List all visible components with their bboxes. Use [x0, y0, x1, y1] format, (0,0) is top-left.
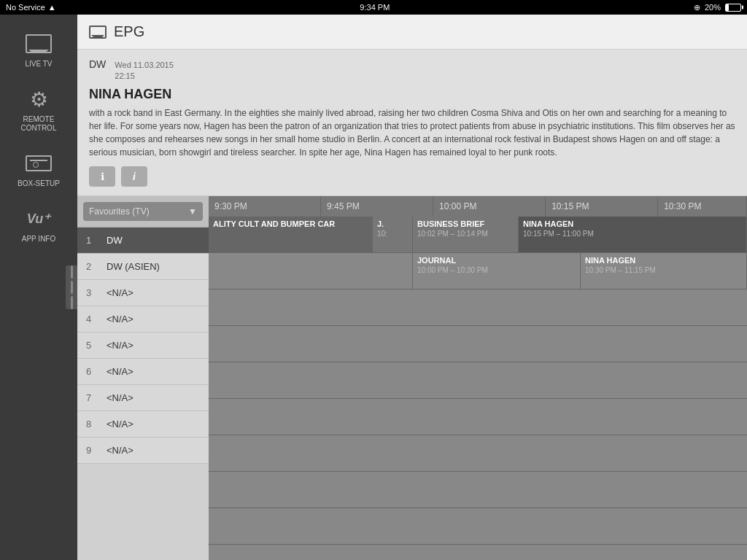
dropdown-arrow: ▼	[188, 206, 197, 217]
handle-line	[71, 281, 73, 294]
epg-cell-ality[interactable]: ALITY CULT AND BUMPER CAR	[209, 217, 373, 252]
channel-item-9[interactable]: 9<N/A>	[77, 438, 209, 464]
signal-status: No Service	[6, 3, 45, 12]
epg-timeline-grid: 9:30 PM 9:45 PM 10:00 PM 10:15 PM 10:30 …	[209, 196, 747, 560]
channel-number: 1	[86, 235, 101, 246]
epg-row-dw: ALITY CULT AND BUMPER CAR J. 10: BUSINES…	[209, 217, 747, 253]
channel-number: 9	[86, 445, 101, 456]
epg-row-5	[209, 362, 747, 399]
channel-name-label: <N/A>	[107, 366, 133, 377]
favourites-button[interactable]: Favourites (TV) ▼	[83, 202, 203, 221]
battery-icon	[725, 4, 741, 12]
epg-cell-nina-hagen-2[interactable]: NINA HAGEN 10:30 PM – 11:15 PM	[581, 253, 747, 289]
sidebar-item-app-info[interactable]: Vu⁺ APP INFO	[0, 197, 77, 252]
tv-icon	[23, 31, 55, 57]
vu-icon: Vu⁺	[23, 206, 55, 232]
program-actions: ℹ i	[89, 166, 735, 187]
channel-number: 4	[86, 314, 101, 324]
channel-number: 8	[86, 419, 101, 429]
status-time: 9:34 PM	[360, 3, 390, 12]
sidebar-label-app-info: APP INFO	[22, 235, 56, 244]
sidebar-label-remote-control: REMOTECONTROL	[21, 115, 57, 133]
epg-cell-j[interactable]: J. 10:	[373, 217, 413, 252]
channel-info: DW Wed 11.03.2015 22:15	[89, 58, 735, 82]
program-description: with a rock band in East Germany. In the…	[89, 106, 735, 159]
app-container: LIVE TV ⚙ REMOTECONTROL BOX-SETUP Vu⁺ AP…	[0, 15, 747, 560]
channel-item-4[interactable]: 4<N/A>	[77, 306, 209, 332]
time-slot-945: 9:45 PM	[321, 196, 433, 217]
epg-row-8	[209, 472, 747, 508]
status-bar: No Service ▲ 9:34 PM ⊕ 20%	[0, 0, 747, 15]
channel-number: 3	[86, 287, 101, 298]
epg-cell-business-brief[interactable]: BUSINESS BRIEF 10:02 PM – 10:14 PM	[413, 217, 519, 252]
channel-item-1[interactable]: 1DW	[77, 228, 209, 254]
sidebar-label-box-setup: BOX-SETUP	[18, 179, 60, 188]
cell-title: NINA HAGEN	[585, 256, 742, 265]
gear-icon: ⚙	[23, 86, 55, 112]
handle-line	[71, 296, 73, 309]
channel-list: Favourites (TV) ▼ 1DW2DW (ASIEN)3<N/A>4<…	[77, 196, 209, 560]
sidebar-item-remote-control[interactable]: ⚙ REMOTECONTROL	[0, 77, 77, 141]
channel-item-7[interactable]: 7<N/A>	[77, 385, 209, 411]
epg-cell-empty-asien[interactable]	[209, 253, 413, 289]
epg-row-3	[209, 289, 747, 326]
lock-icon: ⊕	[694, 3, 700, 12]
sidebar-drag-handle[interactable]	[66, 265, 77, 309]
channel-name-label: <N/A>	[107, 445, 133, 456]
details-button[interactable]: i	[121, 166, 147, 187]
program-title: NINA HAGEN	[89, 87, 735, 102]
time-slot-930: 9:30 PM	[209, 196, 321, 217]
epg-header: EPG	[77, 15, 747, 50]
info-button[interactable]: ℹ	[89, 166, 115, 187]
channel-name-label: <N/A>	[107, 419, 133, 429]
time-slot-1000: 10:00 PM	[433, 196, 546, 217]
epg-row-6	[209, 399, 747, 435]
program-info: DW Wed 11.03.2015 22:15 NINA HAGEN with …	[77, 50, 747, 196]
time-header: 9:30 PM 9:45 PM 10:00 PM 10:15 PM 10:30 …	[209, 196, 747, 217]
channel-datetime: Wed 11.03.2015 22:15	[115, 60, 174, 82]
channel-name-label: <N/A>	[107, 314, 133, 324]
handle-line	[71, 265, 73, 279]
channel-name-label: <N/A>	[107, 392, 133, 403]
channel-item-8[interactable]: 8<N/A>	[77, 411, 209, 438]
channel-name: DW	[89, 58, 106, 70]
channel-name-label: <N/A>	[107, 340, 133, 351]
epg-cell-journal[interactable]: JOURNAL 10:00 PM – 10:30 PM	[413, 253, 581, 289]
channel-item-5[interactable]: 5<N/A>	[77, 332, 209, 359]
channel-name-label: <N/A>	[107, 287, 133, 298]
channel-list-items: 1DW2DW (ASIEN)3<N/A>4<N/A>5<N/A>6<N/A>7<…	[77, 228, 209, 464]
channel-number: 5	[86, 340, 101, 351]
cell-title: JOURNAL	[417, 256, 576, 265]
cell-title: J.	[377, 219, 408, 228]
time-slot-1015: 10:15 PM	[546, 196, 658, 217]
favourites-dropdown: Favourites (TV) ▼	[77, 196, 209, 228]
cell-title: NINA HAGEN	[523, 219, 742, 228]
cell-time: 10:02 PM – 10:14 PM	[417, 230, 514, 238]
channel-number: 6	[86, 366, 101, 377]
sidebar-item-live-tv[interactable]: LIVE TV	[0, 22, 77, 77]
favourites-label: Favourites (TV)	[89, 206, 150, 217]
status-left: No Service ▲	[6, 3, 56, 12]
main-content: EPG DW Wed 11.03.2015 22:15 NINA HAGEN w…	[77, 15, 747, 560]
channel-item-2[interactable]: 2DW (ASIEN)	[77, 254, 209, 280]
epg-row-4	[209, 326, 747, 362]
channel-number: 2	[86, 261, 101, 272]
box-icon	[23, 150, 55, 176]
channel-name-label: DW (ASIEN)	[107, 261, 160, 272]
epg-cell-nina-hagen-1[interactable]: NINA HAGEN 10:15 PM – 11:00 PM	[519, 217, 747, 252]
epg-title: EPG	[114, 23, 144, 40]
channel-number: 7	[86, 392, 101, 403]
cell-title: ALITY CULT AND BUMPER CAR	[213, 219, 368, 228]
sidebar-label-live-tv: LIVE TV	[25, 60, 52, 69]
wifi-icon: ▲	[48, 3, 56, 12]
sidebar: LIVE TV ⚙ REMOTECONTROL BOX-SETUP Vu⁺ AP…	[0, 15, 77, 560]
channel-date: Wed 11.03.2015	[115, 60, 174, 71]
channel-item-3[interactable]: 3<N/A>	[77, 280, 209, 306]
channel-item-6[interactable]: 6<N/A>	[77, 359, 209, 385]
epg-row-7	[209, 435, 747, 472]
time-slot-1030: 10:30 PM	[658, 196, 747, 217]
epg-row-9	[209, 508, 747, 545]
cell-title: BUSINESS BRIEF	[417, 219, 514, 228]
sidebar-item-box-setup[interactable]: BOX-SETUP	[0, 141, 77, 197]
cell-time: 10:	[377, 230, 408, 238]
